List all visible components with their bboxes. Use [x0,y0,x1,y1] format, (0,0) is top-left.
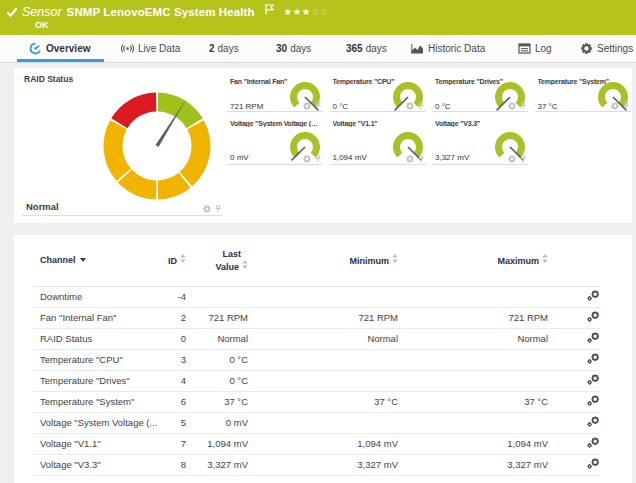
tile-action-icons [303,155,322,163]
tab-2-days[interactable]: 2days [209,35,239,62]
channel-row[interactable]: Temperature "CPU"30 °C [33,349,600,370]
mini-gauge-tile: Temperature "System"37 °C [530,78,632,112]
mini-tile-value: 37 °C [538,102,558,111]
raid-status-gauge [102,90,214,202]
tab-overview[interactable]: Overview [29,35,90,62]
channel-minimum [248,349,398,370]
channel-last-value: 721 RPM [186,307,248,328]
priority-stars[interactable]: ★★★☆☆ [284,6,330,17]
flag-icon[interactable] [265,4,274,15]
channel-actions-cell [548,328,600,349]
channel-settings-icon[interactable] [587,374,600,385]
channel-settings-icon[interactable] [587,437,600,448]
tab-label: days [290,43,311,54]
channel-settings-icon[interactable] [587,353,600,364]
tab-label: days [366,43,387,54]
column-header-last-value[interactable]: LastValue [186,235,248,286]
channel-settings-icon[interactable] [587,290,600,301]
pin-icon[interactable] [314,155,322,163]
channel-name: Fan "Internal Fan" [33,307,161,328]
tab-label: Settings [597,43,633,54]
channel-row[interactable]: Voltage "System Voltage (...50 mV [33,412,600,433]
tab-30-days[interactable]: 30days [276,35,311,62]
channel-minimum [248,286,398,307]
pin-icon[interactable] [417,155,425,163]
tile-action-icons [508,155,527,163]
channels-table: Channel ID LastValue Minimum Maximum Dow… [33,235,600,476]
channel-minimum: 1,094 mV [248,433,398,454]
raid-status-value: Normal [26,201,59,212]
channel-last-value: Normal [186,328,248,349]
mini-gauge [283,75,327,119]
pin-icon[interactable] [214,205,222,213]
tile-underline [330,164,426,165]
channel-last-value: 3,327 mV [186,454,248,475]
mini-gauge-tile: Fan "Internal Fan"721 RPM [222,78,324,112]
tab-live-data[interactable]: Live Data [121,35,180,62]
tile-underline [432,111,528,112]
gear-icon[interactable] [508,155,516,163]
channel-settings-icon[interactable] [587,332,600,343]
pin-icon[interactable] [417,102,425,110]
channel-last-value [186,286,248,307]
tab-365-days[interactable]: 365days [346,35,387,62]
column-header-maximum[interactable]: Maximum [398,235,548,286]
channel-row[interactable]: Voltage "V3.3"83,327 mV3,327 mV3,327 mV [33,454,600,475]
channel-settings-icon[interactable] [587,395,600,406]
gear-icon[interactable] [203,205,211,213]
tab-historic-data[interactable]: Historic Data [411,35,485,62]
channel-settings-icon[interactable] [587,458,600,469]
column-header-minimum[interactable]: Minimum [248,235,398,286]
channel-settings-icon[interactable] [587,416,600,427]
channel-row[interactable]: Temperature "System"637 °C37 °C37 °C [33,391,600,412]
mini-tile-value: 3,327 mV [435,153,469,162]
gear-icon[interactable] [406,102,414,110]
tile-action-icons [203,205,222,213]
gauge-icon [29,42,42,55]
channel-name: Temperature "System" [33,391,161,412]
channel-last-value: 37 °C [186,391,248,412]
channel-id: 2 [161,307,186,328]
channel-row[interactable]: Temperature "Drives"40 °C [33,370,600,391]
channel-row[interactable]: Fan "Internal Fan"2721 RPM721 RPM721 RPM [33,307,600,328]
tab-days-number: 30 [276,43,287,54]
channel-actions-cell [548,412,600,433]
channel-row[interactable]: Voltage "V1.1"71,094 mV1,094 mV1,094 mV [33,433,600,454]
pin-icon[interactable] [314,102,322,110]
channel-id: 3 [161,349,186,370]
gear-icon[interactable] [611,102,619,110]
gear-icon[interactable] [303,155,311,163]
channel-name: Downtime [33,286,161,307]
overview-panel: RAID Status Normal Fan "Internal Fan"721… [14,68,632,223]
star-filled-icon[interactable]: ★ [293,6,302,17]
tab-settings[interactable]: Settings [580,35,633,62]
column-header-channel[interactable]: Channel [33,235,161,286]
gear-icon[interactable] [508,102,516,110]
pin-icon[interactable] [519,155,527,163]
pin-icon[interactable] [519,102,527,110]
channel-minimum: 721 RPM [248,307,398,328]
column-header-id[interactable]: ID [161,235,186,286]
channel-actions-cell [548,433,600,454]
channel-settings-icon[interactable] [587,311,600,322]
star-filled-icon[interactable]: ★ [284,6,293,17]
table-header-row: Channel ID LastValue Minimum Maximum [33,235,600,286]
tab-log[interactable]: Log [518,35,552,62]
mini-gauge [591,75,635,119]
gear-icon[interactable] [303,102,311,110]
star-empty-icon[interactable]: ☆ [320,6,329,17]
gear-icon[interactable] [406,155,414,163]
pin-icon[interactable] [622,102,630,110]
sensor-kind-label: Sensor [22,5,62,19]
tile-action-icons [406,155,425,163]
tab-label: days [218,43,239,54]
channel-row[interactable]: RAID Status0NormalNormalNormal [33,328,600,349]
channel-id: 0 [161,328,186,349]
channel-id: 4 [161,370,186,391]
channel-id: 7 [161,433,186,454]
active-tab-underline [17,59,104,62]
channel-row[interactable]: Downtime-4 [33,286,600,307]
channel-maximum [398,349,548,370]
star-empty-icon[interactable]: ☆ [311,6,320,17]
star-filled-icon[interactable]: ★ [302,6,311,17]
